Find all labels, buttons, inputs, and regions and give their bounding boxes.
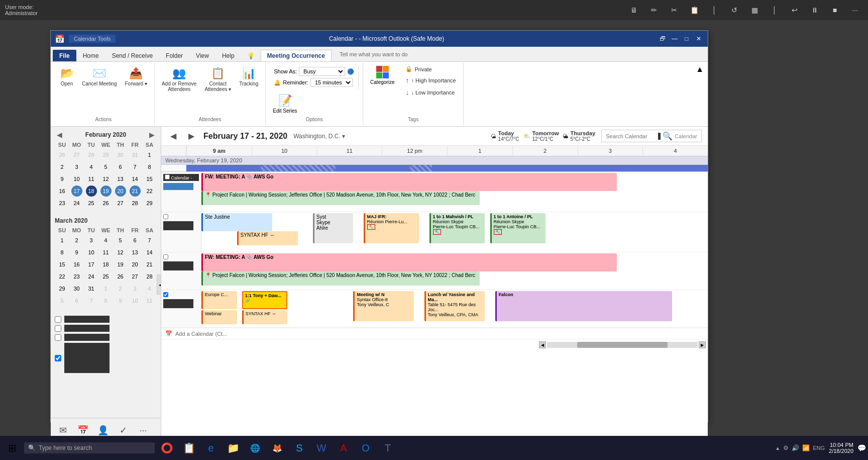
cal-day[interactable]: 9 [71, 247, 82, 258]
cal-day[interactable]: 3 [86, 235, 97, 246]
cal-day[interactable]: 29 [57, 283, 68, 294]
cal-day[interactable]: 25 [86, 198, 97, 209]
maj-ifr-appointment[interactable]: MAJ IFR: Réunion Pierre-Lu... 🔧 [364, 213, 419, 243]
cal-day[interactable]: 10 [130, 295, 141, 306]
cal-day-19[interactable]: 19 [100, 186, 112, 197]
refresh-icon[interactable]: ↺ [726, 2, 742, 18]
one-to-one-mahvish-appointment[interactable]: 1 to 1 Mahvish / PL Réunion SkypePierre-… [429, 213, 485, 243]
tony-dawn-appointment-selected[interactable]: 1:1 Tony + Daw... 🔗 [242, 291, 288, 309]
meeting-wn-appointment[interactable]: Meeting w/ N Syntax Office-8Tony Veilleu… [353, 291, 414, 321]
forward-button[interactable]: 📤 Forward ▾ [122, 65, 150, 88]
cal-prev-button[interactable]: ◀ [167, 130, 179, 142]
lunch-yassine-appointment[interactable]: Lunch w/ Yassine and Ma... Table 51- 547… [424, 291, 485, 321]
cal-day[interactable]: 26 [100, 198, 112, 209]
webinar-appointment[interactable]: Webinar [201, 310, 237, 324]
cancel-meeting-button[interactable]: ✉️ Cancel Meeting [79, 65, 120, 88]
tab-view[interactable]: View [189, 50, 215, 61]
add-remove-attendees-button[interactable]: 👥 Add or RemoveAttendees [159, 65, 199, 94]
cal-day[interactable]: 4 [144, 283, 155, 294]
cal-day[interactable]: 6 [130, 235, 141, 246]
tab-folder[interactable]: Folder [159, 50, 189, 61]
cal-day[interactable]: 24 [86, 271, 97, 282]
calendar-checkbox-3[interactable] [55, 334, 61, 341]
cal-day[interactable]: 7 [144, 235, 155, 246]
cal-day[interactable]: 13 [130, 247, 141, 258]
high-importance-button[interactable]: ↑ ↑ High Importance [403, 75, 458, 85]
taskbar-edge[interactable]: e [201, 438, 221, 458]
taskbar-cortana[interactable]: ⭕ [157, 438, 177, 458]
scrollbar-thumb[interactable] [577, 342, 668, 348]
cal-day[interactable]: 11 [144, 295, 155, 306]
cal-day[interactable]: 27 [71, 149, 82, 160]
edit-icon[interactable]: ✏ [646, 2, 662, 18]
tray-icon-2[interactable]: 🔊 [792, 444, 799, 451]
ste-justine-appointment[interactable]: Ste Justine [201, 213, 272, 231]
taskbar-word[interactable]: W [311, 438, 332, 458]
cal-day[interactable]: 9 [115, 295, 126, 306]
monitor-icon[interactable]: 🖥 [626, 2, 642, 18]
tab-file[interactable]: File [53, 50, 76, 61]
cal-day[interactable]: 16 [57, 186, 68, 197]
one-to-one-antoine-appointment[interactable]: 1 to 1 Antoine / PL Réunion SkypePierre-… [490, 213, 546, 243]
syntax-hf-appointment-2[interactable]: SYNTAX HF ↔ [242, 310, 288, 324]
cal-day[interactable]: 29 [144, 198, 155, 209]
taskbar-chrome[interactable]: 🌐 [245, 438, 265, 458]
scroll-left-btn[interactable]: ◀ [539, 341, 546, 348]
cal-day[interactable]: 22 [144, 186, 155, 197]
cal-day[interactable]: 15 [57, 259, 68, 270]
cal-day[interactable]: 21 [144, 259, 155, 270]
box-icon[interactable]: 🗗 [658, 34, 668, 44]
maximize-button[interactable]: □ [682, 34, 692, 44]
taskbar-teams[interactable]: T [378, 438, 398, 458]
cal-day[interactable]: 4 [86, 161, 97, 172]
cal-day[interactable]: 16 [71, 259, 82, 270]
reminder-dropdown[interactable]: 15 minutes None 30 minutes [310, 78, 353, 87]
prev-month-button[interactable]: ◀ [55, 131, 64, 139]
cal-day[interactable]: 5 [100, 161, 112, 172]
cal-day[interactable]: 17 [86, 259, 97, 270]
calendar-tools-tab[interactable]: Calendar Tools [69, 35, 116, 43]
cal-day[interactable]: 1 [144, 149, 155, 160]
private-checkbox[interactable]: 🔒 Private [403, 65, 458, 73]
cal-day[interactable]: 2 [115, 283, 126, 294]
cal-day[interactable]: 3 [71, 161, 82, 172]
calendar-checkbox-4[interactable] [55, 355, 61, 361]
row-checkbox-4[interactable] [163, 292, 168, 297]
taskbar-taskview[interactable]: 📋 [179, 438, 199, 458]
cal-day[interactable]: 8 [100, 295, 112, 306]
fw-meeting-appointment-row1[interactable]: FW: MEETING: A 📎 AWS Go [201, 173, 617, 191]
cal-next-button[interactable]: ▶ [185, 130, 197, 142]
edit-series-button[interactable]: 📝 Edit Series [270, 93, 300, 115]
taskbar-outlook[interactable]: O [356, 438, 376, 458]
contact-attendees-button[interactable]: 📋 ContactAttendees ▾ [201, 65, 234, 94]
cal-day[interactable]: 4 [100, 235, 112, 246]
row-checkbox-3[interactable] [163, 254, 168, 259]
cal-day[interactable]: 7 [130, 161, 141, 172]
cal-day[interactable]: 20 [130, 259, 141, 270]
falcon-appointment[interactable]: Falcon [495, 291, 673, 321]
cal-day[interactable]: 31 [130, 149, 141, 160]
cal-day[interactable]: 13 [115, 173, 126, 185]
cal-day[interactable]: 14 [144, 247, 155, 258]
close-button[interactable]: ✕ [694, 34, 704, 44]
language-label[interactable]: ENG [813, 445, 825, 451]
cal-day-17[interactable]: 17 [71, 186, 82, 197]
cal-day[interactable]: 7 [86, 295, 97, 306]
taskbar-acrobat[interactable]: A [334, 438, 354, 458]
cal-day[interactable]: 12 [100, 173, 112, 185]
tab-home[interactable]: Home [76, 50, 105, 61]
cal-day[interactable]: 18 [100, 259, 112, 270]
cal-day[interactable]: 2 [57, 161, 68, 172]
cal-day[interactable]: 6 [71, 295, 82, 306]
cal-day[interactable]: 8 [57, 247, 68, 258]
tray-icon-3[interactable]: 📶 [802, 444, 810, 451]
cal-day-21[interactable]: 21 [130, 186, 141, 197]
cal-day[interactable]: 27 [115, 198, 126, 209]
tray-icon-1[interactable]: ⚙ [783, 444, 789, 451]
scroll-right-btn[interactable]: ▶ [699, 341, 706, 348]
cal-day[interactable]: 28 [86, 149, 97, 160]
scissors-icon[interactable]: ✂ [666, 2, 682, 18]
cal-day-18-today[interactable]: 18 [86, 186, 97, 197]
tray-expand-icon[interactable]: ▲ [775, 445, 780, 451]
open-button[interactable]: 📂 Open [57, 65, 77, 88]
